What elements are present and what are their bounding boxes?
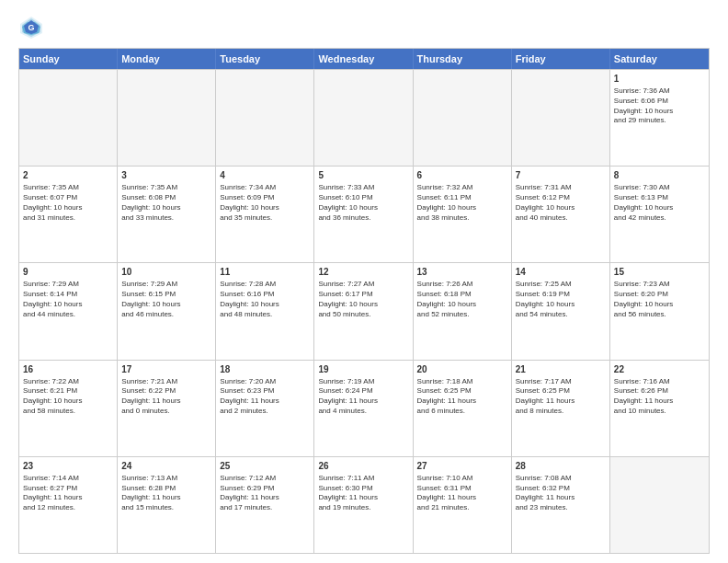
day-info: Sunrise: 7:23 AM Sunset: 6:20 PM Dayligh… — [614, 280, 705, 319]
day-number: 20 — [417, 363, 507, 375]
calendar-cell-3-4: 20Sunrise: 7:18 AM Sunset: 6:25 PM Dayli… — [414, 361, 512, 456]
day-number: 25 — [220, 460, 310, 472]
day-info: Sunrise: 7:29 AM Sunset: 6:15 PM Dayligh… — [121, 280, 211, 319]
day-info: Sunrise: 7:36 AM Sunset: 6:06 PM Dayligh… — [614, 86, 705, 126]
day-info: Sunrise: 7:26 AM Sunset: 6:18 PM Dayligh… — [417, 280, 507, 319]
calendar-cell-2-3: 12Sunrise: 7:27 AM Sunset: 6:17 PM Dayli… — [314, 263, 413, 359]
day-info: Sunrise: 7:08 AM Sunset: 6:32 PM Dayligh… — [516, 474, 606, 513]
day-info: Sunrise: 7:13 AM Sunset: 6:28 PM Dayligh… — [121, 474, 211, 513]
calendar-cell-0-3 — [314, 70, 413, 166]
day-info: Sunrise: 7:20 AM Sunset: 6:23 PM Dayligh… — [220, 377, 310, 417]
day-number: 16 — [23, 363, 113, 375]
header-day-sunday: Sunday — [19, 49, 118, 69]
calendar-cell-0-0 — [19, 70, 118, 166]
calendar-cell-0-4 — [414, 70, 512, 166]
calendar-cell-0-6: 1Sunrise: 7:36 AM Sunset: 6:06 PM Daylig… — [610, 70, 709, 166]
header-day-thursday: Thursday — [414, 49, 512, 69]
day-number: 8 — [614, 169, 705, 181]
day-info: Sunrise: 7:35 AM Sunset: 6:07 PM Dayligh… — [23, 183, 113, 223]
day-info: Sunrise: 7:25 AM Sunset: 6:19 PM Dayligh… — [516, 280, 606, 319]
calendar-cell-3-0: 16Sunrise: 7:22 AM Sunset: 6:21 PM Dayli… — [19, 361, 118, 456]
day-number: 2 — [23, 169, 113, 181]
day-info: Sunrise: 7:30 AM Sunset: 6:13 PM Dayligh… — [614, 183, 705, 223]
day-number: 3 — [121, 169, 211, 181]
day-info: Sunrise: 7:11 AM Sunset: 6:30 PM Dayligh… — [318, 474, 408, 513]
day-info: Sunrise: 7:32 AM Sunset: 6:11 PM Dayligh… — [417, 183, 507, 223]
day-number: 18 — [220, 363, 310, 375]
day-number: 4 — [220, 169, 310, 181]
day-info: Sunrise: 7:16 AM Sunset: 6:26 PM Dayligh… — [614, 377, 705, 417]
calendar-cell-4-1: 24Sunrise: 7:13 AM Sunset: 6:28 PM Dayli… — [118, 457, 216, 553]
calendar-cell-4-5: 28Sunrise: 7:08 AM Sunset: 6:32 PM Dayli… — [512, 457, 610, 553]
calendar-cell-1-6: 8Sunrise: 7:30 AM Sunset: 6:13 PM Daylig… — [610, 167, 709, 262]
calendar-cell-1-3: 5Sunrise: 7:33 AM Sunset: 6:10 PM Daylig… — [314, 167, 413, 262]
calendar-cell-2-2: 11Sunrise: 7:28 AM Sunset: 6:16 PM Dayli… — [216, 263, 314, 359]
calendar-cell-1-4: 6Sunrise: 7:32 AM Sunset: 6:11 PM Daylig… — [414, 167, 512, 262]
calendar-cell-4-0: 23Sunrise: 7:14 AM Sunset: 6:27 PM Dayli… — [19, 457, 118, 553]
day-info: Sunrise: 7:31 AM Sunset: 6:12 PM Dayligh… — [516, 183, 606, 223]
day-number: 15 — [614, 266, 705, 278]
day-number: 17 — [121, 363, 211, 375]
calendar-row-0: 1Sunrise: 7:36 AM Sunset: 6:06 PM Daylig… — [19, 69, 709, 166]
day-info: Sunrise: 7:12 AM Sunset: 6:29 PM Dayligh… — [220, 474, 310, 513]
calendar-cell-3-5: 21Sunrise: 7:17 AM Sunset: 6:25 PM Dayli… — [512, 361, 610, 456]
day-number: 9 — [23, 266, 113, 278]
day-info: Sunrise: 7:10 AM Sunset: 6:31 PM Dayligh… — [417, 474, 507, 513]
day-number: 11 — [220, 266, 310, 278]
calendar-cell-4-3: 26Sunrise: 7:11 AM Sunset: 6:30 PM Dayli… — [314, 457, 413, 553]
day-number: 24 — [121, 460, 211, 472]
calendar-header-row: SundayMondayTuesdayWednesdayThursdayFrid… — [19, 49, 709, 69]
day-info: Sunrise: 7:17 AM Sunset: 6:25 PM Dayligh… — [516, 377, 606, 417]
day-number: 22 — [614, 363, 705, 375]
header-day-wednesday: Wednesday — [314, 49, 413, 69]
calendar: SundayMondayTuesdayWednesdayThursdayFrid… — [18, 48, 710, 554]
calendar-cell-2-5: 14Sunrise: 7:25 AM Sunset: 6:19 PM Dayli… — [512, 263, 610, 359]
header-day-saturday: Saturday — [610, 49, 709, 69]
header-day-friday: Friday — [512, 49, 610, 69]
day-info: Sunrise: 7:35 AM Sunset: 6:08 PM Dayligh… — [121, 183, 211, 223]
calendar-row-1: 2Sunrise: 7:35 AM Sunset: 6:07 PM Daylig… — [19, 166, 709, 262]
day-info: Sunrise: 7:28 AM Sunset: 6:16 PM Dayligh… — [220, 280, 310, 319]
day-info: Sunrise: 7:34 AM Sunset: 6:09 PM Dayligh… — [220, 183, 310, 223]
page: G SundayMondayTuesdayWednesdayThursdayFr… — [0, 0, 728, 563]
calendar-cell-0-5 — [512, 70, 610, 166]
calendar-cell-3-3: 19Sunrise: 7:19 AM Sunset: 6:24 PM Dayli… — [314, 361, 413, 456]
day-number: 28 — [516, 460, 606, 472]
calendar-row-3: 16Sunrise: 7:22 AM Sunset: 6:21 PM Dayli… — [19, 360, 709, 456]
day-info: Sunrise: 7:29 AM Sunset: 6:14 PM Dayligh… — [23, 280, 113, 319]
calendar-cell-1-0: 2Sunrise: 7:35 AM Sunset: 6:07 PM Daylig… — [19, 167, 118, 262]
header-day-tuesday: Tuesday — [216, 49, 314, 69]
calendar-cell-2-4: 13Sunrise: 7:26 AM Sunset: 6:18 PM Dayli… — [414, 263, 512, 359]
svg-text:G: G — [28, 23, 34, 32]
day-number: 6 — [417, 169, 507, 181]
day-number: 26 — [318, 460, 408, 472]
day-number: 13 — [417, 266, 507, 278]
day-number: 14 — [516, 266, 606, 278]
calendar-row-4: 23Sunrise: 7:14 AM Sunset: 6:27 PM Dayli… — [19, 456, 709, 553]
calendar-body: 1Sunrise: 7:36 AM Sunset: 6:06 PM Daylig… — [19, 69, 709, 553]
day-info: Sunrise: 7:14 AM Sunset: 6:27 PM Dayligh… — [23, 474, 113, 513]
day-number: 5 — [318, 169, 408, 181]
day-info: Sunrise: 7:19 AM Sunset: 6:24 PM Dayligh… — [318, 377, 408, 417]
day-number: 12 — [318, 266, 408, 278]
calendar-cell-1-2: 4Sunrise: 7:34 AM Sunset: 6:09 PM Daylig… — [216, 167, 314, 262]
calendar-cell-4-4: 27Sunrise: 7:10 AM Sunset: 6:31 PM Dayli… — [414, 457, 512, 553]
day-number: 19 — [318, 363, 408, 375]
logo-icon: G — [18, 15, 44, 40]
header-day-monday: Monday — [118, 49, 216, 69]
calendar-cell-2-6: 15Sunrise: 7:23 AM Sunset: 6:20 PM Dayli… — [610, 263, 709, 359]
calendar-cell-4-2: 25Sunrise: 7:12 AM Sunset: 6:29 PM Dayli… — [216, 457, 314, 553]
day-number: 23 — [23, 460, 113, 472]
day-number: 27 — [417, 460, 507, 472]
day-number: 1 — [614, 73, 705, 85]
day-info: Sunrise: 7:18 AM Sunset: 6:25 PM Dayligh… — [417, 377, 507, 417]
header: G — [18, 15, 710, 40]
calendar-cell-1-5: 7Sunrise: 7:31 AM Sunset: 6:12 PM Daylig… — [512, 167, 610, 262]
calendar-cell-3-2: 18Sunrise: 7:20 AM Sunset: 6:23 PM Dayli… — [216, 361, 314, 456]
calendar-cell-2-1: 10Sunrise: 7:29 AM Sunset: 6:15 PM Dayli… — [118, 263, 216, 359]
day-number: 21 — [516, 363, 606, 375]
calendar-cell-2-0: 9Sunrise: 7:29 AM Sunset: 6:14 PM Daylig… — [19, 263, 118, 359]
day-info: Sunrise: 7:22 AM Sunset: 6:21 PM Dayligh… — [23, 377, 113, 417]
calendar-cell-3-6: 22Sunrise: 7:16 AM Sunset: 6:26 PM Dayli… — [610, 361, 709, 456]
day-info: Sunrise: 7:21 AM Sunset: 6:22 PM Dayligh… — [121, 377, 211, 417]
